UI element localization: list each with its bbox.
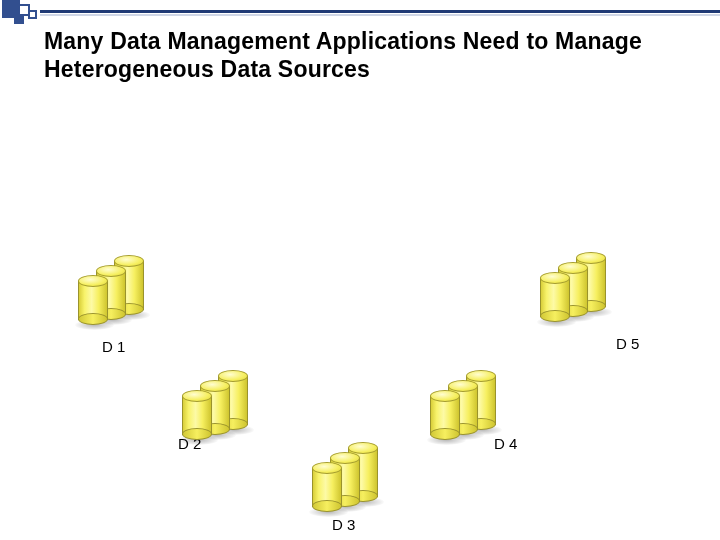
data-source-d5 [540, 252, 630, 332]
data-source-d2 [182, 370, 272, 450]
cylinder-icon [430, 390, 460, 440]
data-source-d1 [78, 255, 168, 335]
data-source-label-d1: D 1 [102, 338, 125, 355]
cylinder-icon [78, 275, 108, 325]
cylinder-icon [540, 272, 570, 322]
data-source-label-d4: D 4 [494, 435, 517, 452]
data-source-label-d5: D 5 [616, 335, 639, 352]
data-source-d3 [312, 442, 402, 522]
cylinder-icon [182, 390, 212, 440]
data-source-label-d3: D 3 [332, 516, 355, 533]
diagram-canvas: D 1 D 2 D 3 D 4 D 5 [0, 0, 720, 540]
cylinder-icon [312, 462, 342, 512]
